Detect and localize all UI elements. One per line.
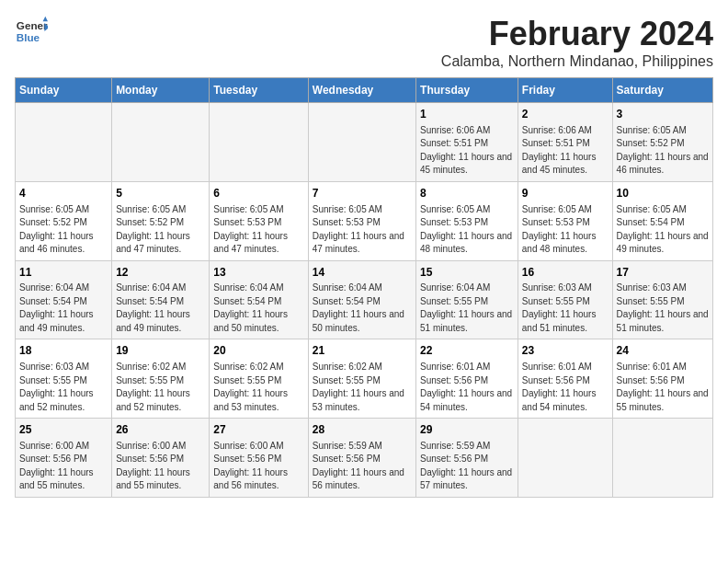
day-number: 19	[116, 343, 205, 359]
day-number: 10	[617, 186, 709, 201]
calendar-cell: 13Sunrise: 6:04 AM Sunset: 5:54 PM Dayli…	[210, 260, 308, 339]
day-info: Sunrise: 6:05 AM Sunset: 5:54 PM Dayligh…	[617, 203, 709, 257]
calendar-cell: 7Sunrise: 6:05 AM Sunset: 5:53 PM Daylig…	[308, 181, 415, 260]
calendar-cell: 18Sunrise: 6:03 AM Sunset: 5:55 PM Dayli…	[16, 339, 112, 419]
calendar-cell: 5Sunrise: 6:05 AM Sunset: 5:52 PM Daylig…	[112, 181, 210, 260]
day-info: Sunrise: 6:04 AM Sunset: 5:55 PM Dayligh…	[420, 282, 514, 335]
calendar-cell	[210, 103, 308, 182]
weekday-header-row: SundayMondayTuesdayWednesdayThursdayFrid…	[16, 78, 713, 103]
calendar-week-row: 18Sunrise: 6:03 AM Sunset: 5:55 PM Dayli…	[16, 339, 713, 419]
day-info: Sunrise: 6:04 AM Sunset: 5:54 PM Dayligh…	[19, 282, 108, 335]
calendar-cell: 12Sunrise: 6:04 AM Sunset: 5:54 PM Dayli…	[112, 260, 210, 339]
day-number: 23	[522, 343, 609, 359]
day-number: 26	[116, 422, 205, 438]
day-number: 9	[522, 186, 609, 201]
day-number: 8	[420, 186, 514, 201]
calendar-cell: 10Sunrise: 6:05 AM Sunset: 5:54 PM Dayli…	[612, 181, 712, 260]
calendar-cell: 14Sunrise: 6:04 AM Sunset: 5:54 PM Dayli…	[308, 260, 415, 339]
calendar-cell	[518, 419, 612, 498]
day-info: Sunrise: 6:02 AM Sunset: 5:55 PM Dayligh…	[313, 361, 412, 414]
day-number: 5	[116, 186, 205, 201]
day-number: 15	[420, 265, 514, 281]
day-number: 7	[313, 186, 412, 201]
day-info: Sunrise: 6:05 AM Sunset: 5:53 PM Dayligh…	[420, 203, 514, 257]
weekday-header-saturday: Saturday	[612, 78, 712, 103]
main-title: February 2024	[441, 15, 713, 53]
day-info: Sunrise: 5:59 AM Sunset: 5:56 PM Dayligh…	[313, 440, 412, 493]
day-number: 2	[522, 107, 609, 122]
day-info: Sunrise: 6:03 AM Sunset: 5:55 PM Dayligh…	[19, 361, 108, 414]
calendar-cell	[612, 419, 712, 498]
day-info: Sunrise: 6:05 AM Sunset: 5:52 PM Dayligh…	[19, 203, 108, 257]
weekday-header-sunday: Sunday	[16, 78, 112, 103]
calendar-cell: 21Sunrise: 6:02 AM Sunset: 5:55 PM Dayli…	[308, 339, 415, 419]
subtitle: Calamba, Northern Mindanao, Philippines	[441, 53, 713, 70]
logo-icon: General Blue	[15, 15, 48, 48]
calendar-cell: 23Sunrise: 6:01 AM Sunset: 5:56 PM Dayli…	[518, 339, 612, 419]
calendar-cell: 15Sunrise: 6:04 AM Sunset: 5:55 PM Dayli…	[416, 260, 518, 339]
calendar-week-row: 25Sunrise: 6:00 AM Sunset: 5:56 PM Dayli…	[16, 419, 713, 498]
calendar-cell: 1Sunrise: 6:06 AM Sunset: 5:51 PM Daylig…	[416, 103, 518, 182]
calendar-header: SundayMondayTuesdayWednesdayThursdayFrid…	[16, 78, 713, 103]
day-info: Sunrise: 6:04 AM Sunset: 5:54 PM Dayligh…	[313, 282, 412, 335]
day-number: 14	[313, 265, 412, 281]
day-info: Sunrise: 6:00 AM Sunset: 5:56 PM Dayligh…	[213, 440, 303, 493]
day-number: 17	[617, 265, 709, 281]
calendar-cell: 28Sunrise: 5:59 AM Sunset: 5:56 PM Dayli…	[308, 419, 415, 498]
calendar-cell: 29Sunrise: 5:59 AM Sunset: 5:56 PM Dayli…	[416, 419, 518, 498]
calendar-cell: 11Sunrise: 6:04 AM Sunset: 5:54 PM Dayli…	[16, 260, 112, 339]
svg-text:Blue: Blue	[17, 31, 40, 43]
page-header: General Blue February 2024 Calamba, Nort…	[15, 15, 713, 70]
day-info: Sunrise: 6:00 AM Sunset: 5:56 PM Dayligh…	[19, 440, 108, 493]
day-info: Sunrise: 6:02 AM Sunset: 5:55 PM Dayligh…	[213, 361, 303, 414]
day-number: 6	[213, 186, 303, 201]
calendar-cell: 26Sunrise: 6:00 AM Sunset: 5:56 PM Dayli…	[112, 419, 210, 498]
title-area: February 2024 Calamba, Northern Mindanao…	[441, 15, 713, 70]
calendar-week-row: 1Sunrise: 6:06 AM Sunset: 5:51 PM Daylig…	[16, 103, 713, 182]
day-info: Sunrise: 6:03 AM Sunset: 5:55 PM Dayligh…	[617, 282, 709, 335]
calendar-cell: 2Sunrise: 6:06 AM Sunset: 5:51 PM Daylig…	[518, 103, 612, 182]
weekday-header-monday: Monday	[112, 78, 210, 103]
calendar-week-row: 11Sunrise: 6:04 AM Sunset: 5:54 PM Dayli…	[16, 260, 713, 339]
day-number: 4	[19, 186, 108, 201]
calendar-cell: 20Sunrise: 6:02 AM Sunset: 5:55 PM Dayli…	[210, 339, 308, 419]
calendar-cell: 22Sunrise: 6:01 AM Sunset: 5:56 PM Dayli…	[416, 339, 518, 419]
calendar-cell: 8Sunrise: 6:05 AM Sunset: 5:53 PM Daylig…	[416, 181, 518, 260]
day-number: 21	[313, 343, 412, 359]
day-number: 13	[213, 265, 303, 281]
day-info: Sunrise: 6:04 AM Sunset: 5:54 PM Dayligh…	[213, 282, 303, 335]
day-info: Sunrise: 5:59 AM Sunset: 5:56 PM Dayligh…	[420, 440, 514, 493]
calendar-cell: 19Sunrise: 6:02 AM Sunset: 5:55 PM Dayli…	[112, 339, 210, 419]
day-number: 12	[116, 265, 205, 281]
logo: General Blue	[15, 15, 48, 48]
calendar-cell: 9Sunrise: 6:05 AM Sunset: 5:53 PM Daylig…	[518, 181, 612, 260]
day-number: 1	[420, 107, 514, 122]
calendar-cell: 4Sunrise: 6:05 AM Sunset: 5:52 PM Daylig…	[16, 181, 112, 260]
calendar-body: 1Sunrise: 6:06 AM Sunset: 5:51 PM Daylig…	[16, 103, 713, 498]
day-number: 24	[617, 343, 709, 359]
day-info: Sunrise: 6:05 AM Sunset: 5:53 PM Dayligh…	[313, 203, 412, 257]
day-info: Sunrise: 6:00 AM Sunset: 5:56 PM Dayligh…	[116, 440, 205, 493]
day-info: Sunrise: 6:06 AM Sunset: 5:51 PM Dayligh…	[522, 124, 609, 178]
calendar-cell	[16, 103, 112, 182]
day-info: Sunrise: 6:05 AM Sunset: 5:53 PM Dayligh…	[522, 203, 609, 257]
calendar-cell: 17Sunrise: 6:03 AM Sunset: 5:55 PM Dayli…	[612, 260, 712, 339]
calendar-week-row: 4Sunrise: 6:05 AM Sunset: 5:52 PM Daylig…	[16, 181, 713, 260]
day-number: 18	[19, 343, 108, 359]
day-info: Sunrise: 6:05 AM Sunset: 5:53 PM Dayligh…	[213, 203, 303, 257]
day-info: Sunrise: 6:04 AM Sunset: 5:54 PM Dayligh…	[116, 282, 205, 335]
day-number: 25	[19, 422, 108, 438]
calendar-cell: 27Sunrise: 6:00 AM Sunset: 5:56 PM Dayli…	[210, 419, 308, 498]
weekday-header-tuesday: Tuesday	[210, 78, 308, 103]
calendar-cell: 25Sunrise: 6:00 AM Sunset: 5:56 PM Dayli…	[16, 419, 112, 498]
calendar-cell: 3Sunrise: 6:05 AM Sunset: 5:52 PM Daylig…	[612, 103, 712, 182]
day-info: Sunrise: 6:01 AM Sunset: 5:56 PM Dayligh…	[617, 361, 709, 414]
calendar-cell	[308, 103, 415, 182]
day-info: Sunrise: 6:05 AM Sunset: 5:52 PM Dayligh…	[617, 124, 709, 178]
day-number: 27	[213, 422, 303, 438]
day-info: Sunrise: 6:03 AM Sunset: 5:55 PM Dayligh…	[522, 282, 609, 335]
day-number: 20	[213, 343, 303, 359]
calendar-cell: 16Sunrise: 6:03 AM Sunset: 5:55 PM Dayli…	[518, 260, 612, 339]
day-number: 11	[19, 265, 108, 281]
day-info: Sunrise: 6:05 AM Sunset: 5:52 PM Dayligh…	[116, 203, 205, 257]
